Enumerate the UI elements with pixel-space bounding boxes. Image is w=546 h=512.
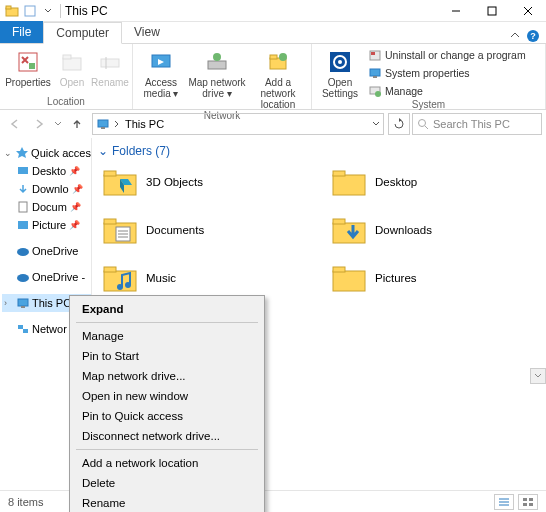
svg-point-30 [375, 91, 381, 97]
folder-music[interactable]: Music [102, 258, 311, 298]
tree-desktop[interactable]: Deskto📌 [2, 162, 91, 180]
minimize-button[interactable] [438, 0, 474, 22]
navigation-bar: This PC Search This PC [0, 110, 546, 138]
details-view-button[interactable] [494, 494, 514, 510]
context-menu: Expand Manage Pin to Start Map network d… [69, 295, 265, 512]
ribbon-group-network: Access media ▾ Map network drive ▾ Add a… [133, 44, 312, 109]
address-dropdown-icon[interactable] [371, 119, 381, 129]
ctx-open-new-window[interactable]: Open in new window [72, 386, 262, 406]
file-tab[interactable]: File [0, 21, 43, 43]
forward-button[interactable] [28, 113, 50, 135]
chevron-right-icon [113, 120, 121, 128]
separator [76, 322, 258, 323]
folder-documents[interactable]: Documents [102, 210, 311, 250]
folders-section-header[interactable]: ⌄ Folders (7) [98, 144, 540, 158]
help-icon[interactable]: ? [526, 29, 540, 43]
svg-rect-39 [18, 221, 28, 229]
chevron-down-icon[interactable]: ⌄ [4, 148, 13, 158]
svg-rect-42 [18, 299, 28, 306]
ctx-manage[interactable]: Manage [72, 326, 262, 346]
explorer-icon [4, 3, 20, 19]
svg-rect-26 [371, 52, 375, 55]
refresh-button[interactable] [388, 113, 410, 135]
svg-rect-11 [63, 58, 81, 70]
ctx-expand[interactable]: Expand [72, 299, 262, 319]
ctx-map-drive[interactable]: Map network drive... [72, 366, 262, 386]
chevron-down-icon[interactable]: ⌄ [98, 144, 108, 158]
ribbon-expand-icon[interactable] [510, 31, 520, 41]
svg-point-18 [213, 53, 221, 61]
ribbon-tabs: File Computer View ? [0, 22, 546, 44]
manage-button[interactable]: Manage [368, 82, 526, 99]
tree-onedrive[interactable]: OneDrive [2, 242, 91, 260]
folder-icon [331, 167, 367, 197]
computer-tab[interactable]: Computer [43, 22, 122, 44]
folder-icon [102, 215, 138, 245]
svg-rect-69 [523, 498, 527, 501]
pc-icon [95, 116, 111, 132]
close-button[interactable] [510, 0, 546, 22]
properties-button[interactable]: Properties [4, 46, 52, 88]
back-button[interactable] [4, 113, 26, 135]
tree-pictures[interactable]: Picture📌 [2, 216, 91, 234]
uninstall-program-button[interactable]: Uninstall or change a program [368, 46, 526, 63]
up-button[interactable] [66, 113, 88, 135]
svg-rect-37 [18, 167, 28, 174]
recent-locations-button[interactable] [52, 113, 64, 135]
documents-icon [16, 200, 30, 214]
svg-rect-53 [104, 219, 116, 224]
svg-rect-50 [333, 175, 365, 195]
ctx-disconnect[interactable]: Disconnect network drive... [72, 426, 262, 446]
svg-rect-43 [21, 306, 25, 308]
add-network-location-button[interactable]: Add a network location [249, 46, 307, 110]
search-box[interactable]: Search This PC [412, 113, 542, 135]
svg-marker-33 [399, 118, 402, 122]
ctx-add-location[interactable]: Add a network location [72, 453, 262, 473]
svg-rect-64 [333, 271, 365, 291]
open-button[interactable]: Open [54, 46, 90, 88]
large-icons-view-button[interactable] [518, 494, 538, 510]
folder-desktop[interactable]: Desktop [331, 162, 540, 202]
folder-icon [331, 263, 367, 293]
ctx-rename[interactable]: Rename [72, 493, 262, 512]
tree-downloads[interactable]: Downlo📌 [2, 180, 91, 198]
ctx-delete[interactable]: Delete [72, 473, 262, 493]
svg-rect-1 [6, 6, 11, 9]
access-media-button[interactable]: Access media ▾ [137, 46, 185, 99]
svg-point-24 [338, 60, 342, 64]
svg-rect-47 [104, 171, 116, 176]
breadcrumb[interactable]: This PC [123, 118, 166, 130]
system-properties-button[interactable]: System properties [368, 64, 526, 81]
rename-button[interactable]: Rename [92, 46, 128, 88]
item-count: 8 items [8, 496, 43, 508]
folder-downloads[interactable]: Downloads [331, 210, 540, 250]
address-bar[interactable]: This PC [92, 113, 384, 135]
chevron-right-icon[interactable]: › [4, 298, 14, 308]
folder-pictures[interactable]: Pictures [331, 258, 540, 298]
pin-icon: 📌 [70, 202, 81, 212]
ctx-pin-quick[interactable]: Pin to Quick access [72, 406, 262, 426]
folder-3d-objects[interactable]: 3D Objects [102, 162, 311, 202]
tree-quick-access[interactable]: ⌄ Quick acces [2, 144, 91, 162]
qat-dropdown-icon[interactable] [40, 3, 56, 19]
tree-onedrive-2[interactable]: OneDrive - [2, 268, 91, 286]
ribbon-group-location: Properties Open Rename Location [0, 44, 133, 109]
pin-icon: 📌 [72, 184, 83, 194]
svg-point-41 [17, 274, 29, 282]
ribbon: Properties Open Rename Location Access m… [0, 44, 546, 110]
open-settings-button[interactable]: Open Settings [316, 46, 364, 99]
svg-rect-17 [208, 61, 226, 69]
svg-point-62 [117, 284, 123, 290]
view-tab[interactable]: View [122, 21, 172, 43]
ctx-pin-start[interactable]: Pin to Start [72, 346, 262, 366]
pin-icon: 📌 [69, 166, 80, 176]
scrollbar-down-button[interactable] [530, 368, 546, 384]
svg-marker-36 [16, 147, 28, 158]
qat-item-icon[interactable] [22, 3, 38, 19]
tree-documents[interactable]: Docum📌 [2, 198, 91, 216]
downloads-icon [16, 182, 30, 196]
map-network-drive-button[interactable]: Map network drive ▾ [187, 46, 247, 99]
search-icon [417, 118, 429, 130]
svg-rect-65 [333, 267, 345, 272]
maximize-button[interactable] [474, 0, 510, 22]
